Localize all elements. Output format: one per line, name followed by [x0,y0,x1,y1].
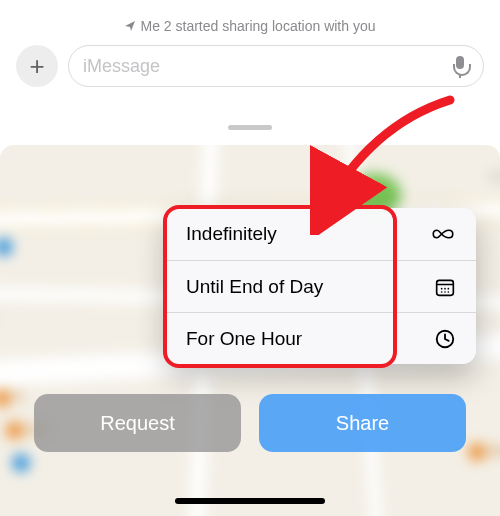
svg-point-4 [448,287,450,289]
screen-root: Me 2 started sharing location with you +… [0,0,500,516]
plus-icon: + [29,51,44,82]
svg-point-7 [448,291,450,293]
bottom-button-row: Request Share [34,394,466,452]
menu-item-one-hour[interactable]: For One Hour [166,312,476,364]
map-label: SE [490,169,500,184]
map-label: Bistro [488,443,500,458]
svg-point-3 [444,287,446,289]
share-duration-menu: Indefinitely Until End of Day For One Ho… [166,208,476,364]
request-button[interactable]: Request [34,394,241,452]
location-status-label: Me 2 started sharing location with you [140,18,375,34]
menu-item-label: For One Hour [186,328,302,350]
home-indicator [175,498,325,504]
menu-item-end-of-day[interactable]: Until End of Day [166,260,476,312]
menu-item-indefinitely[interactable]: Indefinitely [166,208,476,260]
messages-header-area: Me 2 started sharing location with you +… [0,0,500,145]
clock-icon [434,328,456,350]
request-button-label: Request [100,412,175,435]
compose-row: + iMessage [16,42,484,90]
sheet-grab-handle[interactable] [228,125,272,130]
location-status-text: Me 2 started sharing location with you [0,18,500,35]
calendar-icon [434,277,456,297]
menu-item-label: Until End of Day [186,276,323,298]
svg-point-2 [441,287,443,289]
location-arrow-icon [124,20,136,35]
message-placeholder: iMessage [83,56,451,77]
share-button-label: Share [336,412,389,435]
map-label: Pi [12,389,24,404]
message-input[interactable]: iMessage [68,45,484,87]
add-button[interactable]: + [16,45,58,87]
share-button[interactable]: Share [259,394,466,452]
microphone-icon[interactable] [451,54,469,78]
svg-point-5 [441,291,443,293]
svg-point-6 [444,291,446,293]
infinity-icon [430,225,456,243]
menu-item-label: Indefinitely [186,223,277,245]
